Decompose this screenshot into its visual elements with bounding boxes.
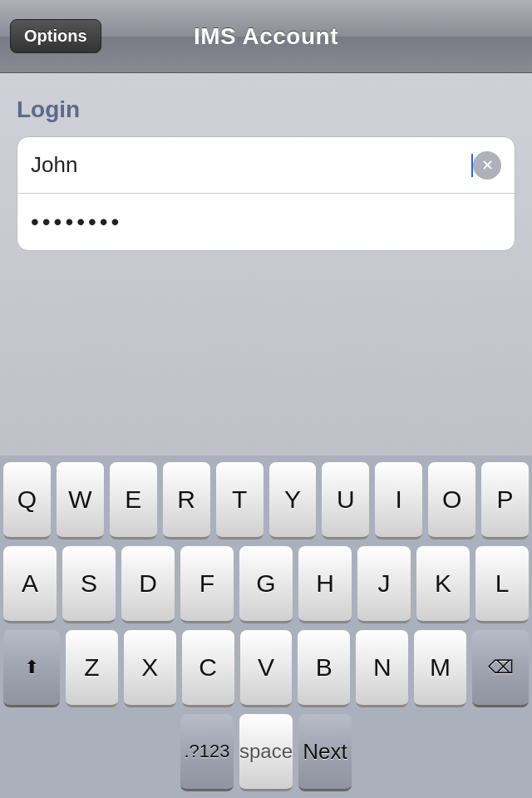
key-c[interactable]: C [182,630,234,707]
login-form-card: ✕ •••••••• [17,136,515,251]
keyboard-row-3: ⬆ Z X C V B N M ⌫ [3,630,529,707]
options-button[interactable]: Options [10,19,101,53]
key-l[interactable]: L [475,546,529,623]
shift-button[interactable]: ⬆ [3,630,60,707]
keyboard: Q W E R T Y U I O P A S D F G H J K L ⬆ … [0,456,532,798]
key-n[interactable]: N [356,630,408,707]
password-dots: •••••••• [31,210,122,234]
key-p[interactable]: P [481,462,529,539]
backspace-button[interactable]: ⌫ [472,630,529,707]
key-u[interactable]: U [322,462,369,539]
key-k[interactable]: K [416,546,470,623]
key-s[interactable]: S [62,546,116,623]
clear-icon: ✕ [481,156,494,175]
page-title: IMS Account [194,23,338,50]
navigation-bar: Options IMS Account [0,0,532,73]
key-i[interactable]: I [375,462,422,539]
key-x[interactable]: X [124,630,176,707]
form-label: Login [17,96,515,123]
key-b[interactable]: B [298,630,350,707]
key-t[interactable]: T [216,462,264,539]
space-button[interactable]: space [239,714,293,791]
key-r[interactable]: R [163,462,210,539]
keyboard-row-1: Q W E R T Y U I O P [3,462,529,539]
keyboard-row-2: A S D F G H J K L [3,546,529,623]
key-w[interactable]: W [57,462,104,539]
shift-icon: ⬆ [24,657,39,678]
key-d[interactable]: D [121,546,175,623]
key-f[interactable]: F [180,546,234,623]
form-area: Login ✕ •••••••• [0,73,532,456]
key-g[interactable]: G [239,546,293,623]
key-v[interactable]: V [240,630,293,707]
key-j[interactable]: J [357,546,411,623]
key-q[interactable]: Q [3,462,51,539]
clear-button[interactable]: ✕ [473,151,501,180]
username-field[interactable]: ✕ [17,137,515,194]
backspace-icon: ⌫ [488,657,514,678]
key-m[interactable]: M [414,630,466,707]
key-y[interactable]: Y [269,462,317,539]
numbers-button[interactable]: .?123 [180,714,234,791]
key-o[interactable]: O [428,462,475,539]
key-e[interactable]: E [110,462,157,539]
keyboard-row-bottom: .?123 space Next [3,714,529,798]
key-h[interactable]: H [298,546,352,623]
key-z[interactable]: Z [66,630,118,707]
username-input[interactable] [31,152,470,178]
next-button[interactable]: Next [298,714,352,791]
key-a[interactable]: A [3,546,57,623]
password-field[interactable]: •••••••• [17,194,515,250]
